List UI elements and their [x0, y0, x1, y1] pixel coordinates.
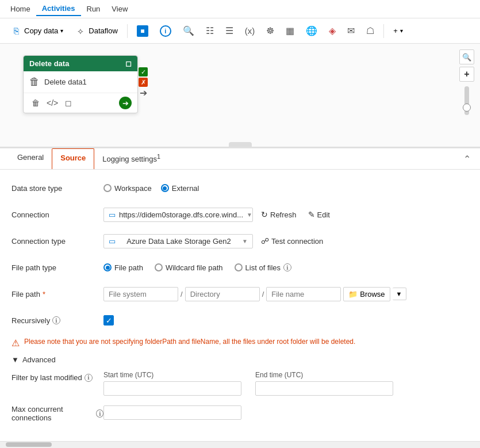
- node-code-btn[interactable]: </>: [44, 97, 60, 109]
- file-name-input[interactable]: [266, 287, 341, 301]
- connection-type-select[interactable]: ▭ Azure Data Lake Storage Gen2 ▼: [103, 234, 253, 248]
- directory-input[interactable]: [185, 287, 260, 301]
- radio-listoffiles-circle: [235, 263, 243, 271]
- test-connection-icon: ☍: [261, 236, 269, 246]
- connection-dropdown-icon: ▼: [247, 212, 252, 218]
- edit-button[interactable]: ✎ Edit: [305, 208, 333, 221]
- connection-type-row: Connection type ▭ Azure Data Lake Storag…: [11, 232, 469, 250]
- panel-collapse-btn[interactable]: ⌃: [463, 154, 471, 164]
- radio-workspace[interactable]: Workspace: [103, 184, 152, 193]
- warning-text: Please note that you are not specifying …: [24, 338, 355, 346]
- node-delete-btn[interactable]: 🗑: [29, 97, 42, 109]
- node-name: Delete data1: [44, 78, 87, 86]
- node-actions: 🗑 </> ◻ ➔: [24, 93, 137, 113]
- menu-home[interactable]: Home: [5, 2, 36, 16]
- canvas-search-btn[interactable]: 🔍: [459, 49, 474, 64]
- max-conn-input[interactable]: [103, 405, 241, 420]
- canvas-zoom-in-btn[interactable]: +: [459, 67, 474, 82]
- select-dropdown-icon: ▼: [242, 238, 248, 244]
- toolbar-icon-btn-2[interactable]: i: [155, 23, 176, 39]
- test-connection-button[interactable]: ☍ Test connection: [258, 234, 327, 248]
- end-time-input[interactable]: [255, 381, 393, 396]
- tab-bar: General Source Logging settings1 ⌃: [0, 148, 480, 170]
- delete-icon: 🗑: [29, 76, 40, 88]
- file-path-label: File path *: [11, 290, 103, 298]
- refresh-icon: ↻: [261, 210, 268, 219]
- data-store-type-row: Data store type Workspace External: [11, 179, 469, 197]
- node-header: Delete data ◻: [24, 56, 137, 71]
- listoffiles-option-label: List of files: [245, 263, 281, 272]
- path-sep-1: /: [181, 290, 183, 298]
- radio-wildcard-circle: [155, 263, 163, 271]
- toolbar-icon-btn-11[interactable]: ✉: [343, 23, 359, 39]
- toolbar-icon-btn-6[interactable]: (x): [240, 24, 260, 38]
- file-path-type-control: File path Wildcard file path List of fil…: [103, 263, 469, 272]
- listoffiles-info-icon[interactable]: ℹ: [283, 263, 291, 271]
- toolbar-icon-btn-7[interactable]: ☸: [262, 23, 279, 39]
- refresh-button[interactable]: ↻ Refresh: [258, 208, 300, 221]
- node-next-btn[interactable]: ➔: [119, 97, 132, 109]
- canvas-side-controls: 🔍 +: [459, 49, 474, 117]
- scrollbar-thumb[interactable]: [6, 442, 52, 447]
- browse-button[interactable]: 📁 Browse: [343, 287, 390, 301]
- toolbar-icon-btn-9[interactable]: 🌐: [301, 23, 322, 39]
- tab-general[interactable]: General: [9, 148, 52, 169]
- connection-value: https://didem0storage.dfs.core.wind...: [119, 210, 243, 219]
- toolbar-divider-2: [383, 24, 384, 38]
- refresh-label: Refresh: [270, 210, 297, 219]
- toolbar-icon-btn-10[interactable]: ◈: [324, 23, 340, 39]
- toolbar-icon-btn-3[interactable]: 🔍: [178, 23, 199, 39]
- radio-wildcard[interactable]: Wildcard file path: [155, 263, 223, 272]
- start-time-input[interactable]: [103, 381, 241, 396]
- menu-view[interactable]: View: [106, 2, 133, 16]
- toolbar-icon-btn-5[interactable]: ☰: [221, 23, 238, 39]
- filter-inputs: Start time (UTC) End time (UTC): [103, 371, 469, 396]
- file-path-type-label: File path type: [11, 263, 103, 272]
- dataflow-button[interactable]: ⟡ Dataflow: [70, 23, 122, 39]
- panel-collapse-handle[interactable]: [229, 142, 252, 147]
- indicator-red: ✗: [139, 78, 148, 87]
- edit-label: Edit: [317, 210, 330, 219]
- plus-dropdown-icon: ▾: [400, 28, 403, 34]
- filter-info-icon[interactable]: ℹ: [85, 374, 93, 382]
- start-time-group: Start time (UTC): [103, 371, 241, 396]
- connection-type-control: ▭ Azure Data Lake Storage Gen2 ▼ ☍ Test …: [103, 234, 469, 248]
- connection-label: Connection: [11, 210, 103, 219]
- file-system-input[interactable]: [103, 287, 178, 301]
- advanced-toggle[interactable]: ▼ Advanced: [11, 355, 469, 364]
- filter-label: Filter by last modified ℹ: [11, 371, 103, 382]
- connection-input[interactable]: ▭ https://didem0storage.dfs.core.wind...…: [103, 208, 253, 222]
- connection-type-value: Azure Data Lake Storage Gen2: [126, 237, 231, 246]
- menu-activities[interactable]: Activities: [36, 2, 81, 16]
- copy-data-button[interactable]: ⎘ Copy data ▾: [6, 23, 68, 39]
- toolbar-icon-btn-1[interactable]: ■: [132, 23, 153, 39]
- copy-data-icon: ⎘: [10, 25, 22, 37]
- radio-external[interactable]: External: [161, 184, 199, 193]
- dataflow-icon: ⟡: [75, 25, 86, 37]
- tab-logging[interactable]: Logging settings1: [94, 148, 168, 169]
- tab-logging-superscript: 1: [157, 153, 160, 160]
- radio-filepath[interactable]: File path: [103, 263, 143, 272]
- menu-run[interactable]: Run: [81, 2, 106, 16]
- radio-listoffiles[interactable]: List of files ℹ: [235, 263, 291, 272]
- toolbar-icon-btn-4[interactable]: ☷: [201, 23, 218, 39]
- plus-label: +: [393, 26, 398, 35]
- node-header-icon: ◻: [125, 59, 132, 68]
- horizontal-scrollbar[interactable]: [0, 441, 480, 448]
- max-conn-info-icon[interactable]: ℹ: [96, 409, 103, 418]
- toolbar-icon-btn-8[interactable]: ▦: [281, 23, 299, 39]
- zoom-handle[interactable]: [463, 104, 471, 112]
- dataflow-label: Dataflow: [89, 26, 118, 35]
- recursively-info-icon[interactable]: ℹ: [52, 316, 60, 324]
- toolbar-icon-btn-12[interactable]: ☖: [362, 23, 379, 39]
- connection-type-icon: ▭: [109, 237, 116, 246]
- toolbar-divider-1: [127, 24, 128, 38]
- data-store-type-label: Data store type: [11, 184, 103, 193]
- recursively-checkbox[interactable]: ✓: [103, 315, 114, 326]
- plus-button[interactable]: + ▾: [389, 24, 408, 37]
- file-path-type-row: File path type File path Wildcard file p…: [11, 258, 469, 277]
- browse-dropdown-btn[interactable]: ▼: [393, 288, 406, 300]
- file-path-row: File path * / / 📁 Browse ▼: [11, 285, 469, 303]
- node-copy-btn[interactable]: ◻: [63, 97, 74, 109]
- tab-source[interactable]: Source: [52, 148, 94, 169]
